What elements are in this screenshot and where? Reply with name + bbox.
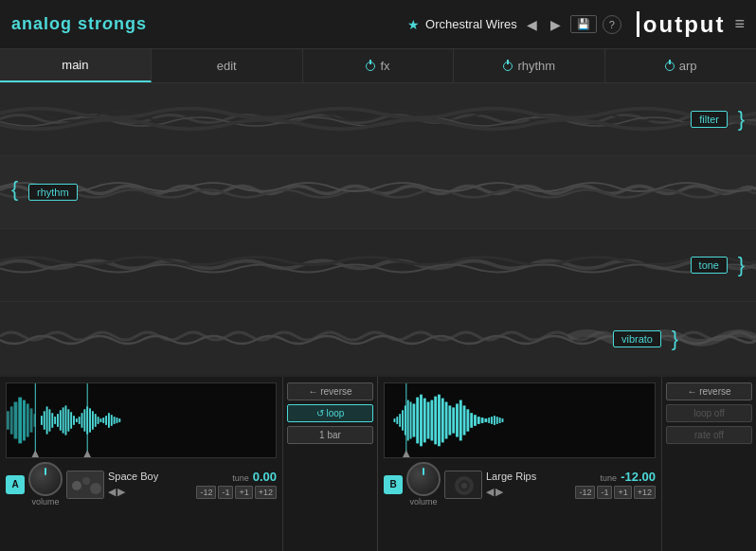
source-a-prev[interactable]: ◀	[108, 486, 116, 498]
svg-rect-40	[114, 417, 116, 424]
svg-rect-84	[499, 418, 501, 423]
vibrato-row: vibrato }	[0, 302, 756, 375]
svg-rect-79	[484, 418, 487, 422]
svg-rect-22	[65, 405, 67, 435]
channel-a-volume-wrap: volume	[28, 462, 63, 507]
main-section: filter } rhythm } tone }	[0, 83, 756, 377]
channel-b-volume-label: volume	[409, 497, 437, 507]
channel-b-source-info: Large Rips ◀ ▶	[486, 471, 571, 498]
svg-rect-26	[76, 418, 78, 422]
svg-rect-41	[116, 418, 117, 423]
svg-rect-65	[434, 397, 437, 445]
svg-rect-11	[30, 408, 33, 432]
tune-b-plus12[interactable]: +12	[634, 486, 656, 499]
favorite-button[interactable]: ★	[407, 17, 420, 32]
tune-a-minus12[interactable]: -12	[196, 486, 216, 499]
source-b-prev[interactable]: ◀	[486, 486, 494, 498]
tab-fx[interactable]: fx	[303, 49, 455, 82]
svg-rect-59	[412, 403, 415, 436]
svg-rect-31	[89, 408, 91, 432]
tab-arp-label: arp	[679, 59, 697, 73]
channel-b-reverse-button[interactable]: ← reverse	[666, 382, 752, 400]
channel-b-waveform[interactable]	[384, 382, 656, 458]
svg-rect-34	[98, 417, 99, 424]
rhythm-label[interactable]: rhythm	[28, 184, 78, 201]
svg-rect-20	[60, 410, 62, 430]
tone-bracket: }	[738, 253, 745, 277]
channel-a-power-button[interactable]: A	[6, 475, 25, 494]
vibrato-bracket: }	[672, 327, 678, 351]
svg-rect-78	[481, 418, 484, 423]
svg-rect-73	[463, 405, 466, 435]
channel-b-power-button[interactable]: B	[384, 475, 403, 494]
channel-a-source-name: Space Boy ◀ ▶	[108, 471, 158, 498]
channel-a-volume-knob[interactable]	[28, 462, 63, 496]
svg-rect-35	[99, 418, 101, 422]
svg-point-49	[82, 477, 90, 485]
channel-b: B volume Large Rips	[378, 377, 756, 551]
help-button[interactable]: ?	[603, 15, 621, 34]
channel-a-controls: A volume Space Boy	[0, 458, 282, 508]
channel-a-waveform[interactable]	[6, 382, 277, 458]
source-b-next[interactable]: ▶	[495, 486, 503, 498]
svg-rect-63	[427, 402, 430, 439]
prev-preset-button[interactable]: ◀	[523, 15, 541, 34]
tab-edit-label: edit	[217, 59, 237, 73]
svg-rect-81	[491, 417, 493, 424]
waveform-b-svg	[385, 383, 655, 457]
channel-a-loop-button[interactable]: ↺ loop	[287, 404, 373, 422]
svg-rect-80	[488, 418, 490, 423]
channel-a-tune-section: tune 0.00 -12 -1 +1 +12	[196, 470, 277, 499]
menu-button[interactable]: ≡	[734, 14, 745, 34]
channel-b-volume-wrap: volume	[406, 462, 441, 507]
svg-rect-67	[441, 399, 444, 443]
filter-label[interactable]: filter	[691, 111, 728, 128]
svg-rect-71	[456, 403, 459, 436]
next-preset-button[interactable]: ▶	[547, 15, 565, 34]
rhythm-string-visual	[0, 156, 756, 228]
svg-point-48	[72, 481, 81, 490]
tone-row: tone }	[0, 229, 756, 302]
tune-b-label: tune	[601, 473, 618, 483]
tune-b-minus12[interactable]: -12	[575, 486, 595, 499]
svg-rect-70	[452, 407, 455, 433]
tab-edit[interactable]: edit	[152, 49, 303, 82]
channel-a-bar-button[interactable]: 1 bar	[287, 426, 373, 444]
tune-a-label: tune	[232, 473, 249, 483]
svg-rect-32	[92, 411, 94, 430]
tune-a-buttons: -12 -1 +1 +12	[196, 486, 277, 499]
tab-main[interactable]: main	[0, 49, 152, 82]
channel-a-label: A	[11, 479, 18, 489]
source-name-a: Space Boy	[108, 471, 158, 483]
tab-fx-label: fx	[380, 59, 389, 73]
svg-rect-15	[46, 406, 48, 434]
svg-rect-27	[79, 417, 81, 424]
preset-name: Orchestral Wires	[425, 17, 517, 31]
svg-rect-13	[41, 416, 43, 425]
tune-a-plus12[interactable]: +12	[255, 486, 277, 499]
tone-string-visual	[0, 229, 756, 301]
channel-b-loop-off[interactable]: loop off	[666, 404, 752, 422]
source-name-b: Large Rips	[486, 471, 536, 483]
tune-a-minus1[interactable]: -1	[218, 486, 233, 499]
channel-a-reverse-button[interactable]: ← reverse	[287, 382, 373, 400]
tune-b-minus1[interactable]: -1	[597, 486, 612, 499]
channel-b-rate-off[interactable]: rate off	[666, 426, 752, 444]
svg-rect-77	[477, 417, 480, 424]
source-b-image	[445, 471, 482, 499]
source-a-next[interactable]: ▶	[117, 486, 125, 498]
tune-a-plus1[interactable]: +1	[235, 486, 252, 499]
channel-a-side: ← reverse ↺ loop 1 bar	[282, 377, 377, 551]
svg-rect-28	[81, 413, 83, 428]
channel-b-volume-knob[interactable]	[406, 462, 441, 496]
save-button[interactable]: 💾	[570, 15, 597, 33]
tune-b-plus1[interactable]: +1	[614, 486, 631, 499]
channel-b-controls: B volume Large Rips	[378, 458, 661, 508]
tune-b-value: -12.00	[621, 470, 656, 484]
tab-rhythm[interactable]: rhythm	[454, 49, 605, 82]
tune-a-value: 0.00	[253, 470, 277, 484]
svg-rect-7	[14, 402, 18, 439]
tab-arp[interactable]: arp	[605, 49, 756, 82]
vibrato-label[interactable]: vibrato	[613, 330, 661, 347]
tone-label[interactable]: tone	[691, 257, 728, 274]
